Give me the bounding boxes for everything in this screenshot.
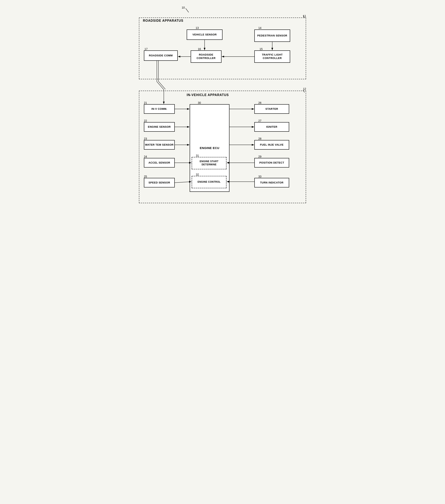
- roadside-comm-box: ROADSIDE COMM: [144, 50, 178, 61]
- ref-13: 13: [196, 26, 199, 30]
- ref-29: 29: [258, 155, 261, 158]
- vehicle-sensor-box: VEHICLE SENSOR: [187, 30, 222, 40]
- engine-control-box: ENGINE CONTROL: [192, 176, 226, 188]
- ref-32: 32: [196, 173, 199, 176]
- pedestrian-sensor-box: PEDESTRIAN SENSOR: [254, 30, 290, 42]
- accel-sensor-box: ACCEL SENSOR: [144, 158, 175, 167]
- ref-11: 11: [303, 14, 306, 18]
- ref-23: 23: [144, 137, 147, 140]
- ref-17: 17: [144, 47, 148, 51]
- fuel-valve-box: FUEL INJE VALVE: [254, 140, 289, 150]
- ref-12: 12: [303, 87, 306, 90]
- speed-sensor-box: SPEED SENSOR: [144, 178, 175, 187]
- ref-22: 22: [144, 119, 147, 122]
- invehicle-title: IN-VEHICLE APPARATUS: [187, 93, 229, 97]
- turn-indicator-box: TURN INDICATOR: [254, 178, 289, 187]
- roadside-controller-box: ROADSIDE CONTROLLER: [191, 50, 222, 63]
- ref-30: 30: [198, 101, 201, 104]
- ref-14: 14: [258, 26, 261, 30]
- ref-33: 33: [258, 175, 261, 178]
- engine-sensor-box: ENGINE SENSOR: [144, 122, 175, 132]
- engine-start-box: ENGINE START DETERMINE: [192, 157, 226, 169]
- water-sensor-box: WATER TEM SENSOR: [144, 140, 175, 150]
- svg-line-10: [157, 82, 164, 90]
- position-detect-box: POSITION DETECT: [254, 158, 289, 167]
- roadside-apparatus-box: [139, 18, 306, 79]
- svg-line-13: [158, 81, 165, 89]
- roadside-title: ROADSIDE APPARATUS: [143, 19, 184, 22]
- traffic-light-box: TRAFFIC LIGHT CONTROLLER: [254, 50, 290, 63]
- starter-box: STARTER: [254, 104, 289, 114]
- ref-10: 10: [182, 6, 185, 9]
- ref-28: 28: [258, 137, 261, 140]
- ref-16: 16: [198, 47, 201, 51]
- ref-26: 26: [258, 101, 261, 104]
- ref-21: 21: [144, 101, 147, 104]
- igniter-box: IGNITER: [254, 122, 289, 132]
- inv-comm-box: IN-V COMM.: [144, 104, 175, 114]
- svg-line-2: [186, 8, 189, 12]
- ref-31: 31: [196, 154, 199, 157]
- ref-25: 25: [144, 175, 147, 178]
- ref-27: 27: [258, 119, 261, 122]
- ref-24: 24: [144, 155, 147, 158]
- ref-15: 15: [259, 47, 263, 51]
